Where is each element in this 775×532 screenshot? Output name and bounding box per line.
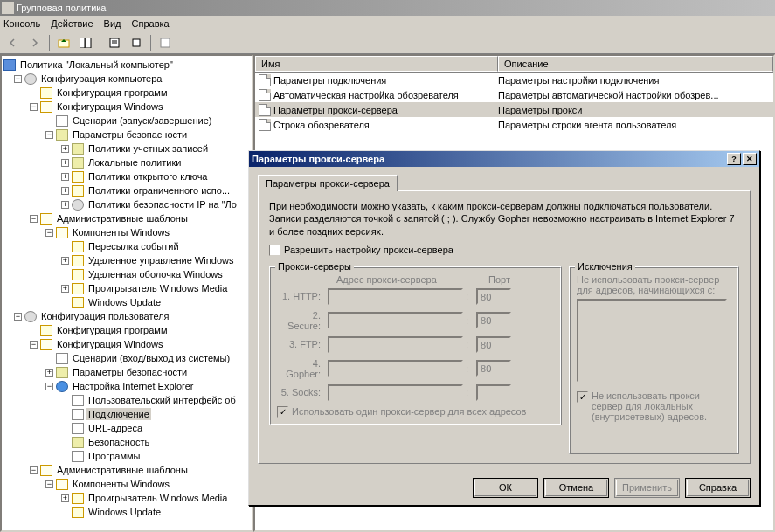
menu-view[interactable]: Вид bbox=[104, 18, 121, 29]
tree-admin-templates[interactable]: −Административные шаблоны bbox=[3, 211, 250, 225]
export-button[interactable] bbox=[127, 33, 146, 52]
collapse-icon[interactable]: − bbox=[14, 75, 22, 83]
checkbox-icon[interactable] bbox=[269, 245, 280, 256]
security-icon bbox=[72, 437, 84, 448]
allow-proxy-checkbox[interactable]: Разрешить настройку прокси-сервера bbox=[269, 245, 739, 256]
toolbar bbox=[0, 31, 775, 54]
properties-button[interactable] bbox=[105, 33, 124, 52]
tree-ie-settings[interactable]: −Настройка Internet Explorer bbox=[3, 379, 250, 393]
tree-win-config[interactable]: −Конфигурация Windows bbox=[3, 100, 250, 114]
ok-button[interactable]: ОК bbox=[473, 478, 538, 498]
expand-icon[interactable]: + bbox=[61, 201, 69, 209]
list-row[interactable]: Параметры прокси-сервераПараметры прокси bbox=[255, 102, 773, 117]
refresh-button[interactable] bbox=[156, 33, 175, 52]
info-text: При необходимости можно указать, к каким… bbox=[269, 200, 739, 238]
tree-url[interactable]: URL-адреса bbox=[3, 421, 250, 435]
folder-icon bbox=[72, 507, 84, 518]
doc-icon bbox=[259, 74, 271, 86]
tree-remote-mgmt[interactable]: +Удаленное управление Windows bbox=[3, 253, 250, 267]
tree-root[interactable]: Политика "Локальный компьютер" bbox=[3, 58, 250, 72]
list-row[interactable]: Параметры подключенияПараметры настройки… bbox=[255, 73, 773, 87]
collapse-icon[interactable]: − bbox=[30, 341, 38, 349]
close-button[interactable]: ✕ bbox=[743, 153, 757, 165]
help-button[interactable]: ? bbox=[727, 153, 741, 165]
list-row[interactable]: Строка обозревателяПараметры строки аген… bbox=[255, 117, 773, 132]
tree-security[interactable]: Безопасность bbox=[3, 435, 250, 449]
app-icon bbox=[2, 2, 14, 14]
tree-wu2[interactable]: Windows Update bbox=[3, 505, 250, 519]
collapse-icon[interactable]: − bbox=[30, 215, 38, 223]
tree-programs[interactable]: Программы bbox=[3, 449, 250, 463]
menu-console[interactable]: Консоль bbox=[3, 18, 40, 29]
tree-event-fwd[interactable]: Пересылка событий bbox=[3, 239, 250, 253]
col-name[interactable]: Имя bbox=[255, 56, 498, 72]
local-exclude-checkbox: Не использовать прокси-сервер для локаль… bbox=[577, 390, 731, 422]
tree-remote-shell[interactable]: Удаленная оболочка Windows bbox=[3, 267, 250, 281]
tree-wu[interactable]: Windows Update bbox=[3, 295, 250, 309]
window-title: Групповая политика bbox=[17, 3, 106, 13]
collapse-icon[interactable]: − bbox=[45, 131, 53, 139]
back-button[interactable] bbox=[3, 33, 23, 52]
doc-icon bbox=[72, 395, 84, 406]
expand-icon[interactable]: + bbox=[61, 145, 69, 153]
folder-icon bbox=[56, 227, 68, 238]
tree-comp-config[interactable]: −Конфигурация компьютера bbox=[3, 72, 250, 86]
expand-icon[interactable]: + bbox=[61, 159, 69, 167]
expand-icon[interactable]: + bbox=[45, 369, 53, 377]
collapse-icon[interactable]: − bbox=[30, 466, 38, 474]
col-desc[interactable]: Описание bbox=[498, 56, 773, 72]
svg-rect-7 bbox=[161, 38, 170, 47]
tree-pubkey[interactable]: +Политики открытого ключа bbox=[3, 169, 250, 183]
tree-ui[interactable]: Пользовательский интерфейс об bbox=[3, 393, 250, 407]
tree-local-policies[interactable]: +Локальные политики bbox=[3, 155, 250, 169]
menu-action[interactable]: Действие bbox=[51, 18, 93, 29]
tree-win-components2[interactable]: −Компоненты Windows bbox=[3, 477, 250, 491]
tree-user-config[interactable]: −Конфигурация пользователя bbox=[3, 309, 250, 323]
tree-connection[interactable]: Подключение bbox=[3, 407, 250, 421]
tree-prog-config2[interactable]: Конфигурация программ bbox=[3, 323, 250, 337]
expand-icon[interactable]: + bbox=[61, 494, 69, 502]
collapse-icon[interactable]: − bbox=[30, 103, 38, 111]
list-row[interactable]: Автоматическая настройка обозревателяПар… bbox=[255, 87, 773, 102]
dialog-titlebar[interactable]: Параметры прокси-сервера ? ✕ bbox=[249, 151, 759, 167]
folder-icon bbox=[40, 213, 52, 225]
tree-admin-templates2[interactable]: −Административные шаблоны bbox=[3, 463, 250, 477]
tree-win-components[interactable]: −Компоненты Windows bbox=[3, 225, 250, 239]
tree-restricted[interactable]: +Политики ограниченного испо... bbox=[3, 183, 250, 197]
expand-icon[interactable]: + bbox=[61, 187, 69, 195]
tree-scenarios[interactable]: Сценарии (запуск/завершение) bbox=[3, 114, 250, 128]
folder-icon bbox=[72, 171, 84, 183]
gopher-port-input: 80 bbox=[476, 360, 511, 377]
up-button[interactable] bbox=[54, 33, 73, 52]
tree-button[interactable] bbox=[76, 33, 95, 52]
doc-icon bbox=[259, 119, 271, 131]
tree-wmp2[interactable]: +Проигрыватель Windows Media bbox=[3, 491, 250, 505]
expand-icon[interactable]: + bbox=[61, 257, 69, 265]
tab-proxy[interactable]: Параметры прокси-сервера bbox=[258, 175, 398, 191]
collapse-icon[interactable]: − bbox=[45, 480, 53, 488]
folder-icon bbox=[56, 479, 68, 490]
svg-rect-1 bbox=[80, 38, 85, 48]
ftp-port-input: 80 bbox=[476, 336, 511, 353]
tree-sec-params[interactable]: −Параметры безопасности bbox=[3, 128, 250, 142]
collapse-icon[interactable]: − bbox=[45, 383, 53, 390]
forward-button[interactable] bbox=[25, 33, 45, 52]
tree-ipsec[interactable]: +Политики безопасности IP на "Ло bbox=[3, 197, 250, 211]
lock-icon bbox=[56, 129, 68, 141]
expand-icon[interactable]: + bbox=[61, 173, 69, 181]
collapse-icon[interactable]: − bbox=[14, 313, 22, 321]
tree-wmp[interactable]: +Проигрыватель Windows Media bbox=[3, 281, 250, 295]
tree-win-config2[interactable]: −Конфигурация Windows bbox=[3, 337, 250, 351]
tree-logon-scripts[interactable]: Сценарии (вход/выход из системы) bbox=[3, 351, 250, 365]
main-titlebar: Групповая политика bbox=[0, 0, 775, 16]
menu-help[interactable]: Справка bbox=[132, 18, 170, 29]
expand-icon[interactable]: + bbox=[61, 285, 69, 293]
tree-sec-params2[interactable]: +Параметры безопасности bbox=[3, 365, 250, 379]
help-button[interactable]: Справка bbox=[685, 478, 751, 498]
tree-prog-config[interactable]: Конфигурация программ bbox=[3, 86, 250, 100]
socks-addr-input bbox=[328, 384, 463, 401]
collapse-icon[interactable]: − bbox=[45, 229, 53, 237]
cancel-button[interactable]: Отмена bbox=[543, 478, 609, 498]
tree-acct-policies[interactable]: +Политики учетных записей bbox=[3, 142, 250, 155]
gopher-addr-input bbox=[328, 360, 463, 377]
